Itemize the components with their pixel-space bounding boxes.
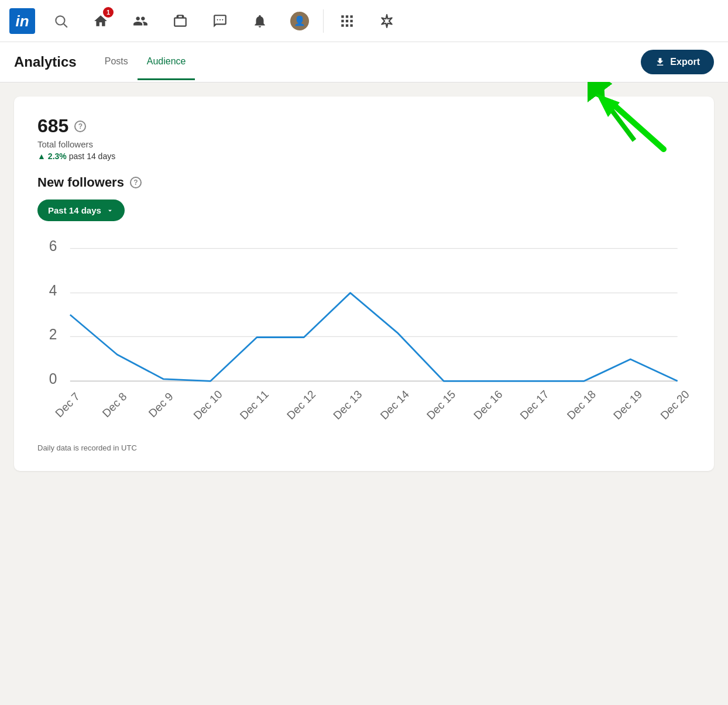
- chart-container: 6 4 2 0 Dec 7 Dec 8 Dec 9 Dec 10 Dec 11 …: [37, 235, 691, 434]
- advertise-button[interactable]: [368, 4, 406, 39]
- svg-rect-11: [341, 24, 344, 26]
- linkedin-logo[interactable]: in: [9, 8, 35, 34]
- svg-rect-13: [350, 24, 352, 26]
- briefcase-button[interactable]: [162, 4, 199, 39]
- svg-point-0: [56, 16, 64, 25]
- search-button[interactable]: [42, 4, 80, 39]
- line-chart: 6 4 2 0 Dec 7 Dec 8 Dec 9 Dec 10 Dec 11 …: [37, 235, 691, 434]
- growth-arrow-up: ▲: [37, 152, 46, 161]
- svg-text:2: 2: [49, 326, 57, 342]
- svg-text:0: 0: [49, 371, 57, 387]
- page-header: Analytics Posts Audience Export: [0, 42, 728, 82]
- svg-text:Dec 18: Dec 18: [565, 388, 598, 422]
- chevron-down-icon: [106, 207, 114, 215]
- svg-point-3: [219, 19, 221, 20]
- page-title: Analytics: [14, 42, 77, 82]
- top-nav: in 1: [0, 0, 728, 42]
- svg-text:4: 4: [49, 283, 57, 298]
- svg-text:Dec 17: Dec 17: [518, 388, 551, 422]
- page-wrapper: in 1: [0, 0, 728, 485]
- bell-icon: [252, 13, 267, 29]
- chart-footnote: Daily data is recorded in UTC: [37, 443, 691, 452]
- period-selector-button[interactable]: Past 14 days: [37, 200, 125, 221]
- grid-icon: [339, 13, 355, 29]
- svg-text:Dec 19: Dec 19: [611, 388, 644, 422]
- svg-text:Dec 15: Dec 15: [424, 388, 458, 422]
- svg-text:Dec 16: Dec 16: [471, 388, 504, 422]
- svg-line-1: [64, 23, 67, 27]
- avatar: 👤: [290, 12, 309, 30]
- analytics-card: 685 ? Total followers ▲ 2.3% past 14 day…: [14, 97, 714, 471]
- svg-point-2: [217, 19, 218, 20]
- svg-text:Dec 10: Dec 10: [191, 388, 225, 422]
- svg-text:Dec 20: Dec 20: [658, 388, 691, 422]
- total-followers-label: Total followers: [37, 139, 691, 149]
- home-button[interactable]: 1: [82, 4, 119, 39]
- new-followers-row: New followers ?: [37, 175, 691, 190]
- briefcase-icon: [173, 13, 188, 29]
- svg-rect-10: [350, 19, 352, 22]
- people-icon: [133, 13, 148, 29]
- svg-text:Dec 12: Dec 12: [284, 388, 318, 422]
- new-followers-title: New followers: [37, 175, 124, 190]
- tab-audience[interactable]: Audience: [138, 44, 195, 80]
- download-icon: [655, 57, 665, 67]
- svg-text:Dec 9: Dec 9: [146, 390, 176, 420]
- new-followers-info-icon[interactable]: ?: [130, 177, 142, 188]
- notifications-button[interactable]: [241, 4, 279, 39]
- main-content: 685 ? Total followers ▲ 2.3% past 14 day…: [0, 82, 728, 485]
- search-icon: [53, 13, 68, 29]
- svg-text:6: 6: [49, 238, 57, 254]
- svg-rect-5: [341, 15, 344, 18]
- nav-divider: [323, 9, 324, 33]
- tab-navigation: Posts Audience: [95, 44, 195, 80]
- followers-growth: ▲ 2.3% past 14 days: [37, 152, 691, 161]
- people-button[interactable]: [122, 4, 159, 39]
- grid-menu-button[interactable]: [328, 4, 366, 39]
- svg-point-4: [222, 19, 223, 20]
- advertise-icon: [379, 13, 394, 29]
- svg-rect-7: [350, 15, 352, 18]
- svg-text:Dec 7: Dec 7: [53, 390, 82, 420]
- svg-text:Dec 8: Dec 8: [100, 390, 129, 420]
- growth-percentage: 2.3%: [48, 152, 67, 161]
- svg-rect-6: [346, 15, 348, 18]
- messaging-button[interactable]: [201, 4, 239, 39]
- tab-posts[interactable]: Posts: [95, 44, 138, 80]
- svg-text:Dec 11: Dec 11: [238, 388, 271, 422]
- growth-period: past 14 days: [69, 152, 115, 161]
- export-button[interactable]: Export: [641, 50, 714, 74]
- svg-text:Dec 13: Dec 13: [331, 388, 364, 422]
- avatar-button[interactable]: 👤: [281, 4, 318, 39]
- svg-text:Dec 14: Dec 14: [378, 388, 411, 422]
- notification-badge: 1: [103, 7, 114, 18]
- total-followers-info-icon[interactable]: ?: [74, 121, 86, 132]
- svg-rect-9: [346, 19, 348, 22]
- total-followers-count: 685: [37, 115, 68, 137]
- svg-rect-8: [341, 19, 344, 22]
- svg-rect-12: [346, 24, 348, 26]
- chat-icon: [212, 13, 228, 29]
- followers-count-row: 685 ?: [37, 115, 691, 137]
